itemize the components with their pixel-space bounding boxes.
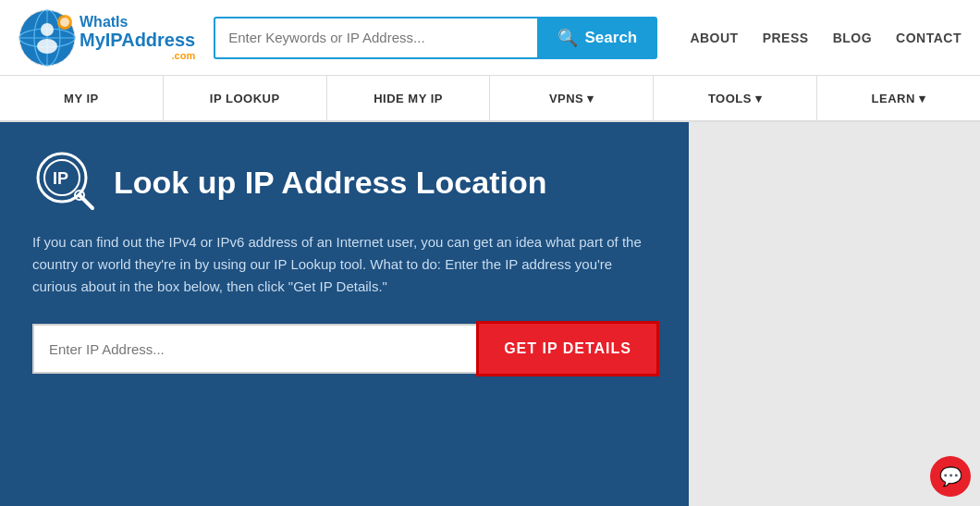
ip-address-input[interactable]	[32, 324, 479, 374]
logo[interactable]: WhatIs MyIPAddress .com	[18, 9, 195, 67]
svg-line-12	[80, 195, 92, 208]
chat-icon: 💬	[939, 465, 962, 487]
logo-globe-icon	[18, 9, 76, 67]
search-button[interactable]: 🔍 Search	[537, 17, 658, 59]
search-icon: 🔍	[557, 28, 578, 48]
get-ip-details-label: GET IP DETAILS	[504, 340, 631, 356]
nav-blog[interactable]: BLOG	[833, 31, 872, 45]
nav-bar-vpns[interactable]: VPNS ▾	[490, 76, 654, 120]
nav-bar-my-ip[interactable]: MY IP	[0, 76, 164, 120]
panel-description: If you can find out the IPv4 or IPv6 add…	[32, 231, 656, 298]
nav-bar-tools[interactable]: TOOLS ▾	[654, 76, 817, 120]
ip-lookup-icon: IP	[32, 150, 97, 215]
header: WhatIs MyIPAddress .com 🔍 Search ABOUT P…	[0, 0, 980, 76]
svg-text:IP: IP	[53, 169, 68, 188]
support-chat-button[interactable]: 💬	[930, 456, 971, 497]
search-button-label: Search	[585, 29, 638, 47]
nav-bar-learn[interactable]: LEARN ▾	[817, 76, 980, 120]
get-ip-details-button[interactable]: GET IP DETAILS	[479, 324, 656, 374]
logo-whatis: WhatIs	[80, 14, 195, 31]
blue-panel: IP Look up IP Address Location If you ca…	[0, 122, 689, 506]
nav-press[interactable]: PRESS	[763, 31, 809, 45]
logo-text: WhatIs MyIPAddress .com	[80, 14, 195, 62]
nav-about[interactable]: ABOUT	[690, 31, 738, 45]
panel-title: Look up IP Address Location	[114, 164, 547, 202]
logo-dotcom: .com	[172, 50, 196, 61]
svg-point-6	[37, 39, 57, 54]
nav-contact[interactable]: CONTACT	[896, 31, 962, 45]
svg-point-5	[41, 23, 54, 36]
nav-bar-ip-lookup[interactable]: IP LOOKUP	[164, 76, 327, 120]
svg-point-8	[60, 18, 69, 27]
nav-bar: MY IP IP LOOKUP HIDE MY IP VPNS ▾ TOOLS …	[0, 76, 980, 122]
main-content: IP Look up IP Address Location If you ca…	[0, 122, 980, 506]
search-input[interactable]	[214, 17, 536, 59]
search-bar: 🔍 Search	[214, 17, 657, 59]
ip-form: GET IP DETAILS	[32, 324, 656, 374]
right-panel: 💬	[689, 122, 980, 506]
panel-title-row: IP Look up IP Address Location	[32, 150, 656, 215]
logo-myip: MyIPAddress	[80, 30, 195, 50]
header-nav: ABOUT PRESS BLOG CONTACT	[690, 31, 962, 45]
nav-bar-hide-my-ip[interactable]: HIDE MY IP	[327, 76, 491, 120]
